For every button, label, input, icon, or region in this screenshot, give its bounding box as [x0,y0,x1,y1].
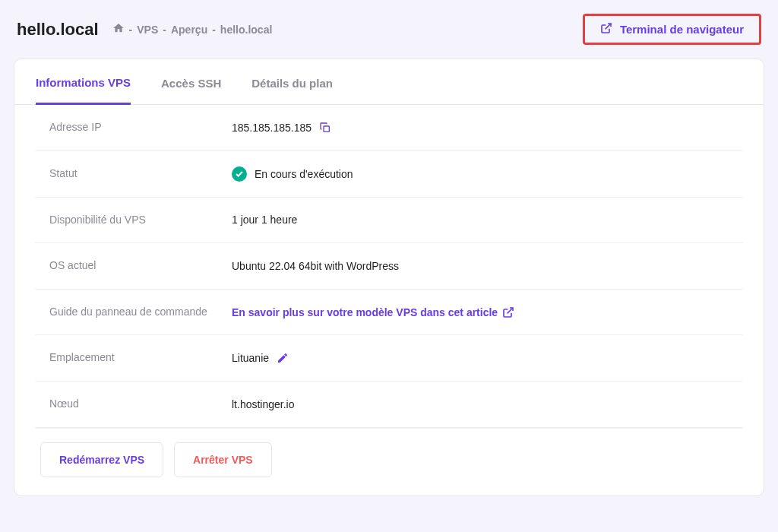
check-circle-icon [232,166,247,182]
external-link-icon [502,306,514,318]
pencil-icon[interactable] [277,352,289,364]
status-value: En cours d'exécution [255,168,353,180]
action-buttons: Redémarrez VPS Arrêter VPS [36,428,742,477]
copy-icon[interactable] [319,122,331,134]
location-label: Emplacement [49,350,232,366]
tab-content: Adresse IP 185.185.185.185 Statut En cou… [14,105,764,496]
breadcrumb-vps[interactable]: VPS [137,24,158,36]
location-value: Lituanie [232,352,269,364]
breadcrumb: - VPS - Aperçu - hello.local [112,22,273,36]
home-icon[interactable] [112,22,125,36]
row-uptime: Disponibilité du VPS 1 jour 1 heure [36,198,742,244]
row-os: OS actuel Ubuntu 22.04 64bit with WordPr… [36,243,742,290]
ip-value: 185.185.185.185 [232,122,312,134]
external-link-icon [600,22,612,36]
ip-label: Adresse IP [49,120,232,135]
browser-terminal-label: Terminal de navigateur [620,23,744,36]
row-node: Nœud lt.hostinger.io [36,382,742,428]
uptime-value: 1 jour 1 heure [232,214,297,226]
restart-vps-button[interactable]: Redémarrez VPS [40,442,163,477]
page-header: hello.local - VPS - Aperçu - hello.local… [14,14,764,45]
os-label: OS actuel [49,258,232,274]
breadcrumb-overview[interactable]: Aperçu [171,24,207,36]
os-value: Ubuntu 22.04 64bit with WordPress [232,260,399,272]
row-location: Emplacement Lituanie [36,335,742,382]
ip-value-group: 185.185.185.185 [232,122,331,134]
stop-vps-button[interactable]: Arrêter VPS [174,442,272,477]
status-label: Statut [49,166,232,182]
node-label: Nœud [49,397,232,412]
status-value-group: En cours d'exécution [232,166,353,182]
vps-info-card: Informations VPS Accès SSH Détails du pl… [14,59,764,496]
page-title: hello.local [17,20,99,40]
breadcrumb-host[interactable]: hello.local [220,24,272,36]
browser-terminal-button[interactable]: Terminal de navigateur [583,14,761,45]
tab-plan[interactable]: Détails du plan [251,59,333,104]
guide-link[interactable]: En savoir plus sur votre modèle VPS dans… [232,306,514,318]
row-ip: Adresse IP 185.185.185.185 [36,105,742,151]
header-left: hello.local - VPS - Aperçu - hello.local [17,20,272,40]
svg-rect-1 [324,126,329,131]
tabs: Informations VPS Accès SSH Détails du pl… [14,59,764,105]
row-status: Statut En cours d'exécution [36,151,742,198]
svg-line-2 [508,308,513,313]
uptime-label: Disponibilité du VPS [49,213,232,228]
tab-ssh[interactable]: Accès SSH [161,59,221,104]
location-value-group: Lituanie [232,352,289,364]
svg-line-0 [606,24,611,29]
tab-info[interactable]: Informations VPS [36,59,131,105]
node-value: lt.hostinger.io [232,398,295,410]
guide-link-text: En savoir plus sur votre modèle VPS dans… [232,306,498,318]
guide-label: Guide du panneau de commande [49,305,232,320]
guide-value-group: En savoir plus sur votre modèle VPS dans… [232,306,514,318]
row-guide: Guide du panneau de commande En savoir p… [36,290,742,336]
